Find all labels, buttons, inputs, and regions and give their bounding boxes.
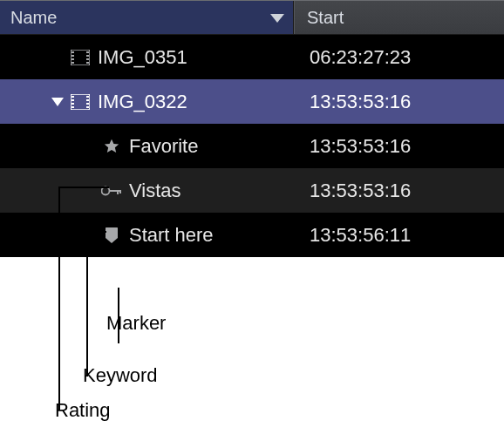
svg-rect-13 <box>72 99 74 101</box>
callout-marker-label: Marker <box>106 312 166 335</box>
clip-row[interactable]: IMG_032213:53:53:16 <box>0 79 504 124</box>
row-label: IMG_0322 <box>98 91 187 113</box>
timecode-value: 13:53:53:16 <box>310 91 411 113</box>
cell-name: Start here <box>0 213 294 257</box>
cell-start: 06:23:27:23 <box>294 35 504 79</box>
svg-rect-4 <box>72 58 74 60</box>
cell-start: 13:53:53:16 <box>294 168 504 213</box>
svg-rect-15 <box>72 106 74 108</box>
svg-rect-2 <box>72 51 74 53</box>
timecode-value: 06:23:27:23 <box>310 46 411 69</box>
browser-list-panel: Name Start IMG_035106:23:27:23IMG_032213… <box>0 0 504 257</box>
svg-marker-10 <box>51 98 64 106</box>
clip-row[interactable]: IMG_035106:23:27:23 <box>0 35 504 79</box>
svg-rect-14 <box>72 103 74 105</box>
svg-rect-23 <box>119 190 121 193</box>
row-label: Vistas <box>129 180 181 202</box>
callout-keyword-label: Keyword <box>83 364 158 387</box>
marker-icon <box>99 227 124 244</box>
svg-rect-7 <box>86 55 89 57</box>
filmstrip-icon <box>68 94 92 110</box>
column-header-start-label: Start <box>307 8 344 28</box>
timecode-value: 13:53:53:16 <box>310 135 411 158</box>
key-icon <box>99 185 124 197</box>
svg-rect-16 <box>86 96 89 98</box>
cell-name: IMG_0351 <box>0 35 294 79</box>
svg-rect-3 <box>72 55 74 57</box>
svg-marker-0 <box>270 14 284 23</box>
svg-point-20 <box>102 187 110 194</box>
column-header-name[interactable]: Name <box>0 1 294 34</box>
svg-rect-6 <box>86 51 89 53</box>
callout-rating-label: Rating <box>55 399 111 422</box>
svg-rect-18 <box>86 103 89 105</box>
column-header-row: Name Start <box>0 0 504 35</box>
svg-rect-12 <box>72 96 74 98</box>
timecode-value: 13:53:53:16 <box>310 180 411 202</box>
keyword-row[interactable]: Vistas13:53:53:16 <box>0 168 504 213</box>
svg-rect-9 <box>86 62 89 64</box>
cell-name: Favorite <box>0 124 294 168</box>
sort-descending-icon <box>270 12 284 23</box>
star-icon <box>99 138 124 155</box>
svg-rect-19 <box>86 106 89 108</box>
svg-rect-21 <box>109 190 120 192</box>
svg-rect-8 <box>86 58 89 60</box>
row-label: IMG_0351 <box>98 46 187 69</box>
filmstrip-icon <box>68 50 92 65</box>
row-container: IMG_035106:23:27:23IMG_032213:53:53:16Fa… <box>0 35 504 257</box>
cell-start: 13:53:53:16 <box>294 124 504 168</box>
cell-start: 13:53:56:11 <box>294 213 504 257</box>
column-header-start[interactable]: Start <box>294 1 504 34</box>
svg-rect-5 <box>72 62 74 64</box>
cell-name: IMG_0322 <box>0 79 294 124</box>
rating-row[interactable]: Favorite13:53:53:16 <box>0 124 504 168</box>
svg-rect-17 <box>86 99 89 101</box>
cell-name: Vistas <box>0 168 294 213</box>
disclosure-triangle-icon[interactable] <box>47 97 68 107</box>
column-header-name-label: Name <box>10 8 57 28</box>
svg-rect-22 <box>117 190 119 194</box>
row-label: Start here <box>129 224 214 247</box>
cell-start: 13:53:53:16 <box>294 79 504 124</box>
timecode-value: 13:53:56:11 <box>310 224 411 247</box>
row-label: Favorite <box>129 135 198 158</box>
marker-row[interactable]: Start here13:53:56:11 <box>0 213 504 257</box>
